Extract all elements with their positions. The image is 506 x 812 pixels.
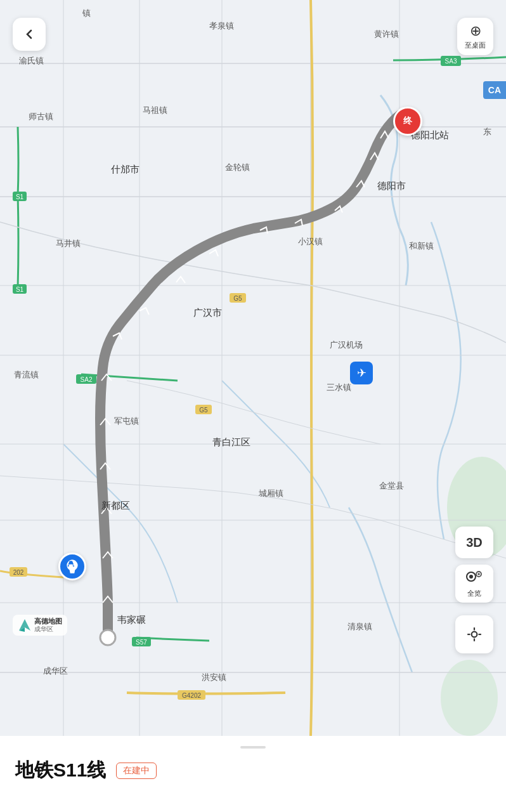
drag-handle[interactable] xyxy=(240,746,266,749)
svg-text:S57: S57 xyxy=(136,639,147,646)
svg-text:什邡市: 什邡市 xyxy=(110,164,139,174)
svg-text:广汉市: 广汉市 xyxy=(193,307,222,318)
svg-text:清泉镇: 清泉镇 xyxy=(347,622,372,631)
svg-text:渝氏镇: 渝氏镇 xyxy=(19,56,44,65)
svg-text:SA2: SA2 xyxy=(81,376,93,383)
svg-point-68 xyxy=(477,573,480,575)
desktop-button[interactable]: ⊕ 至桌面 xyxy=(457,18,493,55)
svg-text:青白江区: 青白江区 xyxy=(212,436,250,447)
map-area: 镇 孝泉镇 黄许镇 渝氏镇 马祖镇 师古镇 东 德阳北站 什邡市 金轮镇 德阳市… xyxy=(0,0,506,736)
svg-text:和新镇: 和新镇 xyxy=(409,241,434,251)
svg-rect-64 xyxy=(68,565,77,566)
svg-rect-0 xyxy=(0,0,506,736)
overview-button[interactable]: 全览 xyxy=(455,565,493,603)
svg-text:G5: G5 xyxy=(199,407,208,414)
gaode-logo: 高德地图 成华区 xyxy=(13,615,67,636)
svg-point-2 xyxy=(441,660,498,736)
end-station-marker: 终 xyxy=(393,107,422,136)
end-label: 终 xyxy=(403,115,412,127)
back-button[interactable] xyxy=(13,18,46,51)
status-badge: 在建中 xyxy=(116,763,157,779)
svg-text:城厢镇: 城厢镇 xyxy=(258,488,283,498)
svg-text:东: 东 xyxy=(483,127,491,136)
metro-station-icon xyxy=(58,553,86,580)
svg-text:S1: S1 xyxy=(16,286,24,293)
svg-text:孝泉镇: 孝泉镇 xyxy=(209,21,234,30)
svg-text:SA3: SA3 xyxy=(445,58,457,65)
svg-text:新都区: 新都区 xyxy=(101,500,130,511)
svg-text:军屯镇: 军屯镇 xyxy=(114,416,139,426)
overview-icon xyxy=(465,570,483,587)
svg-text:黄许镇: 黄许镇 xyxy=(374,29,399,39)
svg-text:广汉机场: 广汉机场 xyxy=(330,340,363,350)
svg-text:马井镇: 马井镇 xyxy=(56,239,81,248)
ca-badge: CA xyxy=(483,81,506,99)
svg-text:S1: S1 xyxy=(16,193,24,200)
location-button[interactable] xyxy=(455,615,493,653)
svg-text:金堂县: 金堂县 xyxy=(379,481,404,490)
svg-point-66 xyxy=(469,575,473,579)
svg-text:小汉镇: 小汉镇 xyxy=(298,237,323,246)
svg-text:G5: G5 xyxy=(233,295,242,302)
svg-text:金轮镇: 金轮镇 xyxy=(225,162,250,172)
svg-text:青流镇: 青流镇 xyxy=(14,370,39,379)
svg-text:洪安镇: 洪安镇 xyxy=(202,672,226,682)
gaode-name: 高德地图 xyxy=(34,617,62,625)
svg-point-69 xyxy=(472,632,477,638)
add-to-desktop-icon: ⊕ xyxy=(470,23,481,39)
desktop-label: 至桌面 xyxy=(465,41,486,50)
svg-text:镇: 镇 xyxy=(82,8,91,18)
3d-button[interactable]: 3D xyxy=(455,527,493,558)
svg-text:德阳市: 德阳市 xyxy=(377,180,406,191)
overview-label: 全览 xyxy=(467,589,481,598)
svg-text:G4202: G4202 xyxy=(182,692,201,699)
svg-point-17 xyxy=(100,630,115,645)
svg-text:三水镇: 三水镇 xyxy=(327,383,351,392)
svg-text:韦家碾: 韦家碾 xyxy=(117,614,146,625)
svg-text:马祖镇: 马祖镇 xyxy=(143,105,167,115)
line-title: 地铁S11线 xyxy=(15,757,106,783)
airport-icon: ✈ xyxy=(350,362,373,384)
gaode-area: 成华区 xyxy=(34,625,62,633)
bottom-panel: 地铁S11线 在建中 xyxy=(0,736,506,812)
svg-text:202: 202 xyxy=(13,569,24,576)
svg-text:成华区: 成华区 xyxy=(43,666,68,676)
svg-text:师古镇: 师古镇 xyxy=(29,112,53,121)
